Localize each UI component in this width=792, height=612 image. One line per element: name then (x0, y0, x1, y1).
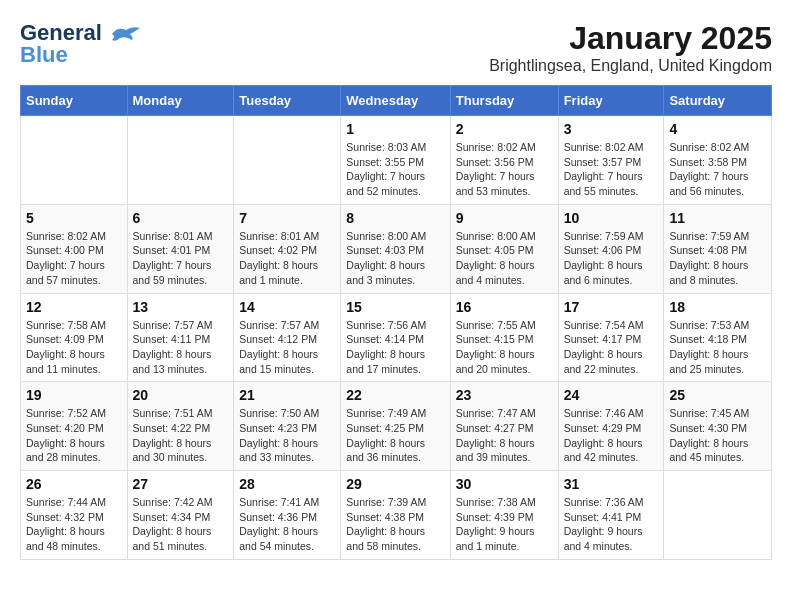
day-info: Sunrise: 8:01 AM Sunset: 4:01 PM Dayligh… (133, 229, 229, 288)
day-number: 12 (26, 299, 122, 315)
day-info: Sunrise: 7:42 AM Sunset: 4:34 PM Dayligh… (133, 495, 229, 554)
week-row-1: 1Sunrise: 8:03 AM Sunset: 3:55 PM Daylig… (21, 116, 772, 205)
day-info: Sunrise: 7:47 AM Sunset: 4:27 PM Dayligh… (456, 406, 553, 465)
day-number: 19 (26, 387, 122, 403)
calendar-cell: 3Sunrise: 8:02 AM Sunset: 3:57 PM Daylig… (558, 116, 664, 205)
calendar-cell: 15Sunrise: 7:56 AM Sunset: 4:14 PM Dayli… (341, 293, 450, 382)
calendar-cell: 17Sunrise: 7:54 AM Sunset: 4:17 PM Dayli… (558, 293, 664, 382)
day-number: 16 (456, 299, 553, 315)
day-number: 10 (564, 210, 659, 226)
day-info: Sunrise: 7:45 AM Sunset: 4:30 PM Dayligh… (669, 406, 766, 465)
calendar-cell: 11Sunrise: 7:59 AM Sunset: 4:08 PM Dayli… (664, 204, 772, 293)
day-info: Sunrise: 8:00 AM Sunset: 4:03 PM Dayligh… (346, 229, 444, 288)
day-number: 24 (564, 387, 659, 403)
day-info: Sunrise: 7:50 AM Sunset: 4:23 PM Dayligh… (239, 406, 335, 465)
day-number: 22 (346, 387, 444, 403)
day-info: Sunrise: 8:02 AM Sunset: 3:57 PM Dayligh… (564, 140, 659, 199)
header-tuesday: Tuesday (234, 86, 341, 116)
day-info: Sunrise: 8:00 AM Sunset: 4:05 PM Dayligh… (456, 229, 553, 288)
day-number: 25 (669, 387, 766, 403)
calendar-table: SundayMondayTuesdayWednesdayThursdayFrid… (20, 85, 772, 560)
day-number: 6 (133, 210, 229, 226)
title-block: January 2025 Brightlingsea, England, Uni… (489, 20, 772, 75)
calendar-cell: 23Sunrise: 7:47 AM Sunset: 4:27 PM Dayli… (450, 382, 558, 471)
calendar-cell: 30Sunrise: 7:38 AM Sunset: 4:39 PM Dayli… (450, 471, 558, 560)
day-number: 13 (133, 299, 229, 315)
day-number: 31 (564, 476, 659, 492)
day-info: Sunrise: 7:44 AM Sunset: 4:32 PM Dayligh… (26, 495, 122, 554)
day-number: 27 (133, 476, 229, 492)
calendar-cell (127, 116, 234, 205)
day-number: 15 (346, 299, 444, 315)
week-row-2: 5Sunrise: 8:02 AM Sunset: 4:00 PM Daylig… (21, 204, 772, 293)
day-number: 20 (133, 387, 229, 403)
day-number: 9 (456, 210, 553, 226)
day-info: Sunrise: 8:03 AM Sunset: 3:55 PM Dayligh… (346, 140, 444, 199)
day-info: Sunrise: 7:36 AM Sunset: 4:41 PM Dayligh… (564, 495, 659, 554)
day-info: Sunrise: 7:58 AM Sunset: 4:09 PM Dayligh… (26, 318, 122, 377)
day-info: Sunrise: 7:56 AM Sunset: 4:14 PM Dayligh… (346, 318, 444, 377)
day-number: 5 (26, 210, 122, 226)
day-info: Sunrise: 7:52 AM Sunset: 4:20 PM Dayligh… (26, 406, 122, 465)
logo-bird-icon (110, 24, 142, 44)
day-number: 18 (669, 299, 766, 315)
calendar-cell: 28Sunrise: 7:41 AM Sunset: 4:36 PM Dayli… (234, 471, 341, 560)
calendar-cell: 2Sunrise: 8:02 AM Sunset: 3:56 PM Daylig… (450, 116, 558, 205)
day-number: 17 (564, 299, 659, 315)
calendar-cell: 16Sunrise: 7:55 AM Sunset: 4:15 PM Dayli… (450, 293, 558, 382)
calendar-cell: 19Sunrise: 7:52 AM Sunset: 4:20 PM Dayli… (21, 382, 128, 471)
day-number: 3 (564, 121, 659, 137)
day-info: Sunrise: 7:51 AM Sunset: 4:22 PM Dayligh… (133, 406, 229, 465)
day-info: Sunrise: 8:01 AM Sunset: 4:02 PM Dayligh… (239, 229, 335, 288)
calendar-cell: 13Sunrise: 7:57 AM Sunset: 4:11 PM Dayli… (127, 293, 234, 382)
day-info: Sunrise: 7:55 AM Sunset: 4:15 PM Dayligh… (456, 318, 553, 377)
calendar-cell: 22Sunrise: 7:49 AM Sunset: 4:25 PM Dayli… (341, 382, 450, 471)
calendar-cell: 31Sunrise: 7:36 AM Sunset: 4:41 PM Dayli… (558, 471, 664, 560)
calendar-cell: 27Sunrise: 7:42 AM Sunset: 4:34 PM Dayli… (127, 471, 234, 560)
calendar-cell: 25Sunrise: 7:45 AM Sunset: 4:30 PM Dayli… (664, 382, 772, 471)
header-sunday: Sunday (21, 86, 128, 116)
day-info: Sunrise: 7:38 AM Sunset: 4:39 PM Dayligh… (456, 495, 553, 554)
week-row-5: 26Sunrise: 7:44 AM Sunset: 4:32 PM Dayli… (21, 471, 772, 560)
day-number: 4 (669, 121, 766, 137)
calendar-cell: 1Sunrise: 8:03 AM Sunset: 3:55 PM Daylig… (341, 116, 450, 205)
header-friday: Friday (558, 86, 664, 116)
calendar-cell (21, 116, 128, 205)
calendar-title: January 2025 (489, 20, 772, 57)
day-info: Sunrise: 7:49 AM Sunset: 4:25 PM Dayligh… (346, 406, 444, 465)
calendar-cell: 7Sunrise: 8:01 AM Sunset: 4:02 PM Daylig… (234, 204, 341, 293)
calendar-cell: 29Sunrise: 7:39 AM Sunset: 4:38 PM Dayli… (341, 471, 450, 560)
day-info: Sunrise: 7:57 AM Sunset: 4:11 PM Dayligh… (133, 318, 229, 377)
day-number: 26 (26, 476, 122, 492)
logo-text-block: General Blue (20, 20, 142, 68)
header-wednesday: Wednesday (341, 86, 450, 116)
day-info: Sunrise: 8:02 AM Sunset: 4:00 PM Dayligh… (26, 229, 122, 288)
calendar-cell: 24Sunrise: 7:46 AM Sunset: 4:29 PM Dayli… (558, 382, 664, 471)
calendar-cell: 8Sunrise: 8:00 AM Sunset: 4:03 PM Daylig… (341, 204, 450, 293)
calendar-cell: 5Sunrise: 8:02 AM Sunset: 4:00 PM Daylig… (21, 204, 128, 293)
week-row-4: 19Sunrise: 7:52 AM Sunset: 4:20 PM Dayli… (21, 382, 772, 471)
calendar-cell: 9Sunrise: 8:00 AM Sunset: 4:05 PM Daylig… (450, 204, 558, 293)
calendar-header-row: SundayMondayTuesdayWednesdayThursdayFrid… (21, 86, 772, 116)
page-header: General Blue January 2025 Brightlingsea,… (20, 20, 772, 75)
day-info: Sunrise: 7:41 AM Sunset: 4:36 PM Dayligh… (239, 495, 335, 554)
day-info: Sunrise: 8:02 AM Sunset: 3:58 PM Dayligh… (669, 140, 766, 199)
day-number: 1 (346, 121, 444, 137)
day-number: 14 (239, 299, 335, 315)
day-number: 11 (669, 210, 766, 226)
day-info: Sunrise: 7:54 AM Sunset: 4:17 PM Dayligh… (564, 318, 659, 377)
calendar-cell: 18Sunrise: 7:53 AM Sunset: 4:18 PM Dayli… (664, 293, 772, 382)
day-number: 23 (456, 387, 553, 403)
header-monday: Monday (127, 86, 234, 116)
calendar-cell: 26Sunrise: 7:44 AM Sunset: 4:32 PM Dayli… (21, 471, 128, 560)
day-info: Sunrise: 7:57 AM Sunset: 4:12 PM Dayligh… (239, 318, 335, 377)
calendar-cell: 6Sunrise: 8:01 AM Sunset: 4:01 PM Daylig… (127, 204, 234, 293)
calendar-cell (664, 471, 772, 560)
day-info: Sunrise: 7:53 AM Sunset: 4:18 PM Dayligh… (669, 318, 766, 377)
day-info: Sunrise: 7:59 AM Sunset: 4:06 PM Dayligh… (564, 229, 659, 288)
calendar-cell: 14Sunrise: 7:57 AM Sunset: 4:12 PM Dayli… (234, 293, 341, 382)
day-info: Sunrise: 7:39 AM Sunset: 4:38 PM Dayligh… (346, 495, 444, 554)
calendar-cell: 21Sunrise: 7:50 AM Sunset: 4:23 PM Dayli… (234, 382, 341, 471)
calendar-cell (234, 116, 341, 205)
logo-blue: Blue (20, 42, 68, 68)
